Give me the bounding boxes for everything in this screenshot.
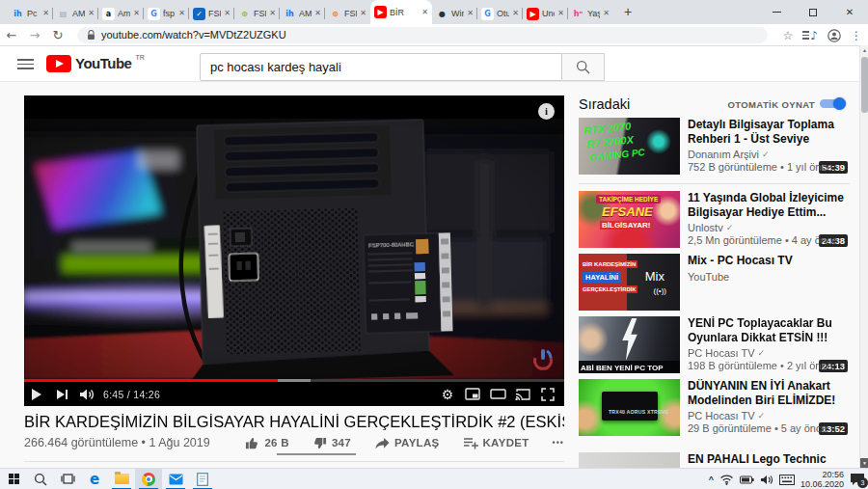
tab-close-icon[interactable]: ✕ [557, 9, 564, 18]
search-input[interactable] [201, 60, 561, 74]
video-player[interactable]: FSP700-80AHBC i [24, 95, 564, 406]
cast-icon[interactable] [510, 384, 535, 405]
suggested-video-title[interactable]: Detaylı Bilgisayar Toplama Rehberi 1 - Ü… [688, 118, 848, 146]
browser-tab[interactable]: ✓ FSP ✕ [189, 3, 234, 24]
browser-tab[interactable]: ▤ AMD ✕ [53, 3, 98, 24]
scroll-up-icon[interactable]: ▲ [860, 45, 868, 55]
suggested-video[interactable]: BİR KARDEŞİMİZİNHAYALİNİGERÇEKLEŞTİRDİKM… [579, 254, 850, 312]
extension-playlist-icon[interactable]: ♪ [802, 29, 818, 42]
scrollbar-thumb[interactable] [861, 57, 868, 113]
speaker-icon[interactable] [760, 475, 773, 485]
like-button[interactable]: 26 B [245, 436, 289, 450]
touch-keyboard-icon[interactable] [779, 475, 795, 485]
theater-mode-icon[interactable] [485, 384, 510, 405]
window-maximize-button[interactable] [795, 0, 831, 24]
browser-tab[interactable]: ih AMD ✕ [280, 3, 325, 24]
tab-close-icon[interactable]: ✕ [269, 9, 276, 18]
video-thumbnail[interactable]: TAKİPÇİME HEDİYEEFSANEBİLGİSAYAR! [579, 191, 680, 248]
browser-tab[interactable]: G fsp ✕ [144, 3, 189, 24]
save-button[interactable]: KAYDET [463, 437, 529, 449]
action-center-icon[interactable]: 3 [850, 473, 865, 486]
browser-tab[interactable]: ▶ Unc ✕ [523, 3, 568, 24]
browser-tab[interactable]: ⊙ FSP ✕ [325, 3, 370, 24]
miniplayer-icon[interactable] [460, 384, 485, 405]
video-thumbnail[interactable]: ABİ BEN YENİ PC TOP [579, 316, 680, 373]
browser-tab[interactable]: ih Pc to ✕ [8, 3, 53, 24]
search-button[interactable] [562, 53, 605, 81]
channel-name[interactable]: Donanım Arşivi [688, 149, 759, 160]
mail-icon[interactable] [162, 469, 189, 489]
tray-expand-icon[interactable]: ^ [709, 475, 714, 484]
volume-icon[interactable] [74, 384, 99, 405]
suggested-video[interactable]: ABİ BEN YENİ PC TOP 24:13 YENİ PC Toplay… [579, 316, 850, 374]
edge-icon[interactable]: e [81, 469, 108, 489]
reload-icon[interactable]: ↻ [46, 28, 69, 42]
browser-tab[interactable]: G Otu ✕ [477, 3, 523, 24]
suggested-video-title[interactable]: DÜNYANIN EN İYİ Anakart Modelinden Biri … [688, 379, 848, 407]
taskbar-search-icon[interactable] [27, 469, 54, 489]
tab-close-icon[interactable]: ✕ [512, 9, 519, 18]
share-button[interactable]: PAYLAŞ [374, 437, 440, 449]
next-button[interactable] [49, 384, 74, 405]
channel-name[interactable]: Unlostv [688, 222, 723, 233]
new-tab-button[interactable]: + [617, 2, 638, 23]
autoplay-toggle[interactable] [820, 97, 846, 110]
suggested-video[interactable]: TAKİPÇİME HEDİYEEFSANEBİLGİSAYAR! 24:38 … [579, 191, 850, 249]
settings-gear-icon[interactable]: ⚙ [435, 384, 460, 405]
tab-close-icon[interactable]: ✕ [467, 9, 474, 18]
channel-name[interactable]: PC Hocası TV [688, 347, 755, 359]
address-bar[interactable]: youtube.com/watch?v=MVDtZ2UZGKU [77, 27, 768, 43]
video-thumbnail[interactable]: TRX40 AORUS XTREME [579, 379, 680, 436]
window-close-button[interactable]: ✕ [831, 0, 868, 24]
suggested-video[interactable]: TRX40 AORUS XTREME 13:52 DÜNYANIN EN İYİ… [579, 379, 850, 437]
browser-tab[interactable]: a Ama ✕ [98, 3, 144, 24]
tab-close-icon[interactable]: ✕ [360, 9, 366, 18]
file-explorer-icon[interactable] [108, 469, 135, 489]
browser-tab[interactable]: ▶ BİR ✕ [370, 0, 432, 24]
play-button[interactable] [24, 384, 49, 405]
channel-name[interactable]: YouTube [688, 271, 729, 283]
video-info-icon[interactable]: i [538, 103, 555, 120]
tab-close-icon[interactable]: ✕ [178, 9, 185, 18]
window-minimize-button[interactable] [758, 0, 795, 24]
notepad-icon[interactable] [189, 469, 216, 489]
video-thumbnail[interactable]: RTX 2070R7 2700XGAMING PC [579, 118, 680, 175]
forward-icon[interactable]: → [23, 28, 46, 42]
task-view-icon[interactable] [54, 469, 81, 489]
youtube-logo[interactable]: YouTube TR [46, 55, 145, 72]
chrome-icon[interactable] [135, 469, 162, 489]
bookmark-star-icon[interactable]: ☆ [783, 29, 794, 42]
browser-tab[interactable]: ● Win ✕ [432, 3, 477, 24]
back-icon[interactable]: ← [0, 28, 23, 42]
search-box[interactable] [200, 53, 562, 81]
scroll-down-icon[interactable]: ▼ [860, 458, 868, 468]
tab-close-icon[interactable]: ✕ [314, 9, 321, 18]
channel-watermark-icon[interactable] [531, 348, 555, 373]
taskbar-clock[interactable]: 20:56 10.06.2020 [800, 470, 844, 489]
suggested-video-title[interactable]: 11 Yaşında Global İzleyicime Bilgisayar … [688, 191, 848, 219]
wifi-icon[interactable] [719, 474, 734, 485]
browser-tab[interactable]: hⁿ Yaş ✕ [568, 3, 613, 24]
tab-close-icon[interactable]: ✕ [88, 9, 95, 18]
channel-name[interactable]: PC Hocası TV [688, 410, 755, 421]
more-actions-button[interactable]: ••• [553, 438, 564, 448]
page-scrollbar[interactable]: ▲ ▼ [859, 45, 868, 468]
youtube-icon: ▶ [527, 8, 539, 20]
suggested-video-title[interactable]: YENİ PC Toplayacaklar Bu Oyunlara Dikkat… [688, 316, 848, 344]
profile-avatar-icon[interactable] [827, 29, 841, 42]
tab-close-icon[interactable]: ✕ [42, 9, 49, 18]
fullscreen-icon[interactable] [535, 384, 560, 405]
start-button[interactable] [0, 469, 27, 489]
suggested-video-title[interactable]: Mix - PC Hocası TV [688, 254, 848, 268]
suggested-video[interactable]: RTX 2070R7 2700XGAMING PC 54:39 Detaylı … [579, 118, 850, 176]
menu-hamburger-icon[interactable] [17, 59, 34, 69]
tab-close-icon[interactable]: ✕ [133, 9, 140, 18]
battery-icon[interactable] [740, 475, 754, 484]
video-thumbnail[interactable]: BİR KARDEŞİMİZİNHAYALİNİGERÇEKLEŞTİRDİKM… [579, 254, 680, 311]
dislike-button[interactable]: 347 [312, 436, 351, 450]
browser-tab[interactable]: ⊙ FSP ✕ [234, 3, 280, 24]
tab-close-icon[interactable]: ✕ [224, 9, 231, 18]
tab-close-icon[interactable]: ✕ [421, 8, 428, 17]
tab-close-icon[interactable]: ✕ [603, 9, 610, 18]
browser-menu-icon[interactable]: ⋮ [851, 29, 862, 42]
